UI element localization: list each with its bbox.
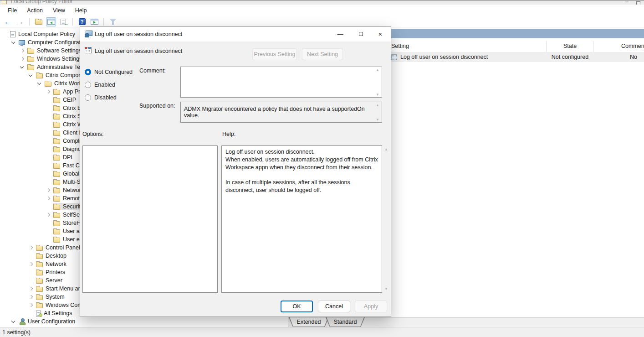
chevron-right-icon[interactable] [29, 286, 33, 291]
radio-enabled[interactable]: Enabled [85, 82, 115, 88]
status-bar: 1 setting(s) [0, 327, 644, 337]
column-header-comment[interactable]: Comment [593, 43, 644, 49]
folder-icon [53, 90, 60, 95]
tree-item-body: All Settings [36, 310, 74, 317]
comment-input[interactable] [180, 67, 382, 98]
new-window-button[interactable] [89, 17, 99, 26]
filter-button[interactable] [108, 17, 118, 26]
folder-icon [53, 139, 60, 144]
tree-item-label: Local Computer Policy [18, 31, 75, 37]
scroll-up-icon[interactable]: ▲ [384, 147, 388, 151]
menu-file[interactable]: File [3, 5, 22, 16]
chevron-down-icon[interactable] [37, 81, 42, 86]
radio-button-icon[interactable] [85, 94, 91, 101]
radio-disabled[interactable]: Disabled [85, 94, 117, 101]
chevron-right-icon[interactable] [29, 245, 33, 250]
expander-spacer [46, 171, 51, 176]
expander-spacer [46, 163, 51, 168]
expander-spacer [46, 180, 51, 184]
tab-standard[interactable]: Standard [326, 317, 365, 327]
supported-on-label: Supported on: [139, 103, 175, 109]
setting-row[interactable]: Log off user on session disconnect Not c… [387, 52, 644, 62]
help-button[interactable] [77, 17, 87, 26]
chevron-right-icon[interactable] [46, 196, 51, 201]
folder-icon [36, 287, 43, 292]
scroll-down-icon[interactable]: ▼ [376, 118, 379, 122]
previous-setting-button[interactable]: Previous Setting [252, 48, 297, 60]
dialog-minimize-button[interactable]: — [332, 27, 348, 41]
tab-extended[interactable]: Extended [289, 317, 329, 327]
chevron-right-icon[interactable] [29, 262, 33, 266]
comment-label: Comment: [139, 67, 166, 74]
tree-item-body: CEIP [53, 96, 77, 104]
tree-item-body: User Configuration [18, 318, 77, 325]
tree-item-label: Software Settings [37, 47, 82, 54]
folder-icon [27, 57, 34, 62]
setting-name: Log off user on session disconnect [400, 54, 488, 60]
chevron-right-icon[interactable] [46, 188, 51, 192]
folder-icon [53, 98, 60, 103]
radio-button-icon[interactable] [85, 82, 91, 88]
expander-spacer [46, 98, 51, 102]
scroll-down-icon[interactable]: ▼ [376, 93, 379, 97]
window-title: Local Group Policy Editor [11, 0, 72, 5]
up-one-level-button[interactable] [34, 17, 44, 26]
menu-help[interactable]: Help [70, 5, 92, 16]
folder-icon [53, 221, 60, 226]
menu-action[interactable]: Action [22, 5, 48, 16]
filter-icon [109, 19, 117, 25]
ok-button[interactable]: OK [281, 301, 313, 312]
tree-item-body: Software Settings [27, 47, 83, 54]
chevron-right-icon[interactable] [29, 303, 33, 307]
expander-spacer [29, 311, 33, 316]
tree-item-label: Windows Settings [37, 56, 82, 62]
window-maximize-button[interactable] [636, 1, 640, 5]
scroll-up-icon[interactable]: ▲ [376, 103, 379, 107]
chevron-down-icon[interactable] [11, 40, 16, 45]
policy-setting-icon [391, 54, 397, 60]
apply-button[interactable]: Apply [355, 301, 387, 312]
dialog-maximize-button[interactable] [353, 27, 368, 41]
scroll-icon [10, 31, 15, 37]
export-list-button[interactable] [58, 17, 68, 26]
folder-icon [36, 73, 43, 78]
dialog-titlebar: Log off user on session disconnect — × [80, 27, 391, 41]
radio-not-configured[interactable]: Not Configured [85, 69, 133, 75]
chevron-down-icon[interactable] [29, 73, 33, 78]
folder-icon [53, 229, 60, 234]
forward-arrow-button[interactable] [15, 17, 25, 26]
scroll-down-icon[interactable]: ▼ [384, 287, 388, 291]
folder-icon [53, 147, 60, 152]
chevron-right-icon[interactable] [46, 213, 51, 217]
dialog-close-button[interactable]: × [373, 27, 388, 41]
show-console-tree-button[interactable] [46, 17, 56, 26]
chevron-right-icon[interactable] [46, 89, 51, 94]
column-header-state[interactable]: State [547, 43, 593, 49]
radio-button-icon[interactable] [85, 69, 91, 75]
column-header-setting[interactable]: Setting [391, 43, 409, 49]
next-setting-button[interactable]: Next Setting [302, 48, 343, 60]
setting-state: Not configured [547, 54, 593, 60]
menu-view[interactable]: View [48, 5, 70, 16]
chevron-right-icon[interactable] [29, 295, 33, 299]
supported-on-value: ADMX Migrator encountered a policy that … [180, 102, 382, 123]
help-label: Help: [222, 131, 235, 137]
app-icon [2, 0, 7, 4]
dialog-title: Log off user on session disconnect [95, 31, 182, 37]
scroll-up-icon[interactable]: ▲ [376, 68, 379, 72]
chevron-right-icon[interactable] [20, 48, 25, 53]
expander-spacer [46, 229, 51, 233]
folder-icon [53, 156, 60, 161]
tree-item[interactable]: User Configuration [0, 317, 288, 326]
chevron-down-icon[interactable] [20, 65, 25, 69]
window-minimize-button[interactable]: – [625, 0, 629, 4]
folder-icon [53, 197, 60, 202]
chevron-down-icon[interactable] [11, 319, 16, 324]
folder-icon [53, 205, 60, 210]
tree-item-label: DPI [63, 154, 72, 161]
export-list-icon [61, 19, 66, 25]
cancel-button[interactable]: Cancel [318, 301, 350, 312]
back-arrow-button[interactable] [3, 17, 13, 26]
expander-spacer [29, 278, 33, 283]
chevron-right-icon[interactable] [20, 57, 25, 61]
